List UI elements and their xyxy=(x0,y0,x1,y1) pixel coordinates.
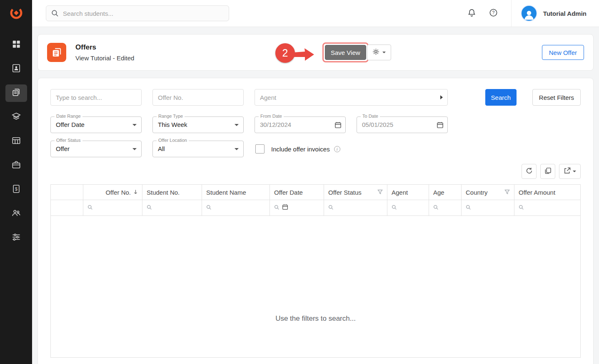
search-icon xyxy=(466,204,471,212)
offers-icon xyxy=(12,88,21,99)
filter-cell-offer-status[interactable] xyxy=(324,200,387,216)
export-button[interactable] xyxy=(559,164,581,179)
notifications-button[interactable] xyxy=(464,5,480,22)
offer-status-select[interactable]: Offer Status Offer xyxy=(50,141,142,157)
search-students-input[interactable] xyxy=(46,5,229,21)
sidebar-item-students[interactable] xyxy=(5,60,27,78)
copy-icon xyxy=(544,167,552,176)
column-header-offer-date[interactable]: Offer Date xyxy=(270,185,324,200)
help-icon: ? xyxy=(489,8,498,19)
column-header-student-no[interactable]: Student No. xyxy=(142,185,202,200)
avatar xyxy=(521,5,537,22)
page-header-text: Offers View Tutorial - Edited xyxy=(75,43,134,62)
calendar-icon[interactable] xyxy=(334,121,342,130)
export-icon xyxy=(564,167,571,176)
help-button[interactable]: ? xyxy=(485,5,502,22)
column-header-offer-status[interactable]: Offer Status xyxy=(324,185,387,200)
grid-header-row: Offer No. Student No. Student Name Offer… xyxy=(51,185,580,200)
include-invoices-group: Include offer invoices i xyxy=(255,144,340,154)
column-header-student-name[interactable]: Student Name xyxy=(202,185,270,200)
sidebar-item-invoices[interactable]: $ xyxy=(5,181,27,198)
courses-icon xyxy=(12,112,21,123)
new-offer-button[interactable]: New Offer xyxy=(542,45,584,60)
annotation-step-number: 2 xyxy=(275,43,295,63)
include-offer-invoices-label: Include offer invoices xyxy=(271,146,330,153)
filter-cell-offer-no[interactable] xyxy=(83,200,142,216)
filter-cell-student-no[interactable] xyxy=(142,200,202,216)
save-view-button[interactable]: Save View xyxy=(325,45,366,60)
column-header-offer-no[interactable]: Offer No. xyxy=(83,185,142,200)
to-date-field[interactable]: To Date 05/01/2025 xyxy=(357,116,448,133)
topbar-right: ? Tutorial Admin xyxy=(464,0,599,27)
column-header-age[interactable]: Age xyxy=(429,185,462,200)
view-settings-button[interactable] xyxy=(367,45,391,60)
page-subtitle: View Tutorial - Edited xyxy=(75,54,134,62)
offer-location-select[interactable]: Offer Location All xyxy=(152,141,244,157)
filter-funnel-icon[interactable] xyxy=(504,189,510,196)
column-header-selection xyxy=(51,185,83,200)
global-search xyxy=(46,5,229,21)
sort-desc-icon xyxy=(133,189,138,196)
save-view-highlight: Save View xyxy=(322,42,369,62)
sidebar-item-agents[interactable] xyxy=(5,205,27,223)
svg-text:$: $ xyxy=(15,186,17,191)
agent-lookup xyxy=(255,89,448,106)
filter-cell-agent[interactable] xyxy=(387,200,429,216)
annotation-arrow-icon xyxy=(293,48,315,64)
search-icon xyxy=(519,204,524,212)
column-header-country[interactable]: Country xyxy=(462,185,514,200)
column-header-offer-amount[interactable]: Offer Amount xyxy=(514,185,580,200)
refresh-icon xyxy=(526,167,533,176)
app-logo[interactable] xyxy=(0,0,32,27)
column-chooser-button[interactable] xyxy=(540,164,555,179)
column-header-agent[interactable]: Agent xyxy=(387,185,429,200)
empty-state-message: Use the filters to search... xyxy=(51,314,580,323)
calendar-icon[interactable] xyxy=(282,204,288,212)
include-offer-invoices-checkbox[interactable] xyxy=(255,144,265,154)
filter-cell-offer-date[interactable] xyxy=(270,200,324,216)
info-icon[interactable]: i xyxy=(334,146,340,152)
search-button[interactable]: Search xyxy=(485,89,517,106)
sidebar-item-courses[interactable] xyxy=(5,109,27,126)
sidebar-item-offers[interactable] xyxy=(5,84,27,102)
svg-text:?: ? xyxy=(492,10,495,15)
offer-no-input[interactable] xyxy=(152,89,244,106)
sidebar-item-applications[interactable] xyxy=(5,157,27,174)
search-icon xyxy=(392,204,397,212)
search-icon xyxy=(206,204,212,212)
offers-module-icon xyxy=(47,43,66,62)
user-menu[interactable]: Tutorial Admin xyxy=(512,5,599,22)
chevron-right-icon[interactable] xyxy=(440,95,443,99)
sidebar-item-tables[interactable] xyxy=(5,133,27,150)
filter-cell-offer-amount[interactable] xyxy=(514,200,580,216)
sidebar-item-settings[interactable] xyxy=(5,229,27,247)
chevron-down-icon xyxy=(235,124,239,126)
from-date-field[interactable]: From Date 30/12/2024 xyxy=(255,116,346,133)
date-range-value: Offer Date xyxy=(56,117,85,133)
filter-cell-age[interactable] xyxy=(429,200,462,216)
search-icon xyxy=(433,204,439,212)
to-date-value: 05/01/2025 xyxy=(362,117,393,133)
date-range-select[interactable]: Date Range Offer Date xyxy=(50,116,142,133)
type-to-search-input[interactable] xyxy=(50,89,142,106)
gear-icon xyxy=(372,48,379,57)
agent-input[interactable] xyxy=(255,89,448,106)
reset-filters-button[interactable]: Reset Filters xyxy=(532,89,581,106)
offer-status-value: Offer xyxy=(56,141,70,157)
filter-funnel-icon[interactable] xyxy=(377,189,383,196)
sidebar-item-dashboard[interactable] xyxy=(5,36,27,54)
filter-row-2: Date Range Offer Date Range Type This We… xyxy=(50,116,581,133)
dashboard-icon xyxy=(12,40,21,50)
page-title: Offers xyxy=(75,43,134,52)
grid-body: Use the filters to search... xyxy=(51,216,580,357)
range-type-value: This Week xyxy=(158,117,187,133)
filter-cell-country[interactable] xyxy=(462,200,514,216)
range-type-select[interactable]: Range Type This Week xyxy=(152,116,244,133)
bell-icon xyxy=(467,8,476,19)
offers-filter-card: Search Reset Filters Date Range Offer Da… xyxy=(37,78,594,364)
refresh-button[interactable] xyxy=(522,164,537,179)
topbar: ? Tutorial Admin xyxy=(32,0,599,27)
filter-cell-student-name[interactable] xyxy=(202,200,270,216)
search-icon xyxy=(147,204,152,212)
calendar-icon[interactable] xyxy=(437,121,444,130)
